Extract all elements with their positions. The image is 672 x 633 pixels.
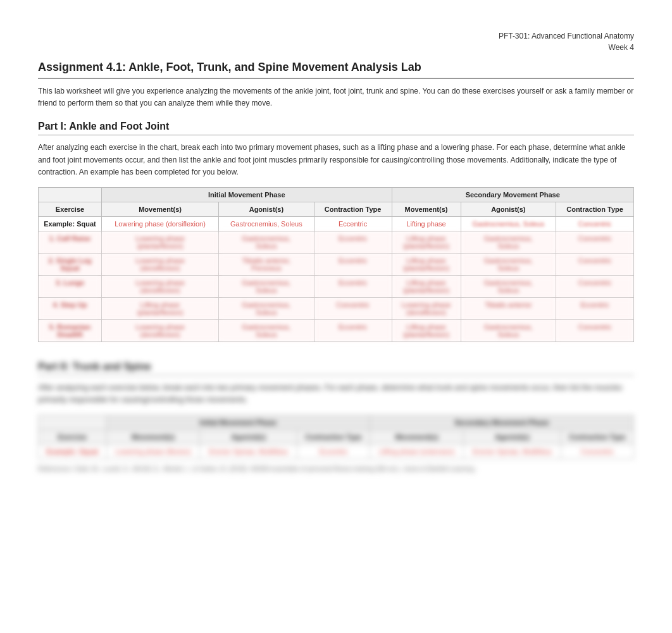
assignment-title: Assignment 4.1: Ankle, Foot, Trunk, and … — [38, 61, 634, 79]
p2-col-init-movement: Movement(s) — [106, 430, 200, 445]
analysis-table: Initial Movement Phase Secondary Movemen… — [38, 187, 634, 342]
p2-initial-phase-header: Initial Movement Phase — [106, 415, 370, 430]
p2-row-init-contraction: Eccentric — [297, 445, 370, 459]
row4-sec-agonist: Tibialis anterior — [461, 297, 556, 319]
row4-sec-contraction: Eccentric — [556, 297, 634, 319]
p2-col-init-agonist: Agonist(s) — [200, 430, 297, 445]
example-initial-contraction: Eccentric — [314, 216, 392, 231]
row1-init-contraction: Eccentric — [314, 231, 392, 253]
table-row: 4. Step Up Lifting phase(plantarflexion)… — [39, 297, 634, 319]
assignment-intro: This lab worksheet will give you experie… — [38, 85, 634, 109]
part2-table: Initial Movement Phase Secondary Movemen… — [38, 415, 634, 459]
row4-init-movement: Lifting phase(plantarflexion) — [102, 297, 219, 319]
row2-exercise: 2. Single Leg Squat — [39, 253, 102, 275]
p2-example-row: Example: Squat Lowering phase (flexion) … — [39, 445, 634, 459]
row5-init-agonist: Gastrocnemius,Soleus — [219, 319, 314, 341]
col-secondary-agonist: Agonist(s) — [461, 202, 556, 216]
secondary-phase-header: Secondary Movement Phase — [392, 187, 634, 202]
p2-exercise-header — [39, 415, 107, 430]
col-initial-movement: Movement(s) — [102, 202, 219, 216]
col-secondary-contraction: Contraction Type — [556, 202, 634, 216]
row1-sec-agonist: Gastrocnemius,Soleus — [461, 231, 556, 253]
row3-init-agonist: Gastrocnemius,Soleus — [219, 275, 314, 297]
row2-sec-movement: Lifting phase(plantarflexion) — [392, 253, 461, 275]
p2-row-init-agonist: Erector Spinae, Multifidus — [200, 445, 297, 459]
exercise-header-cell — [39, 187, 102, 202]
p2-col-sec-movement: Movement(s) — [370, 430, 464, 445]
col-exercise: Exercise — [39, 202, 102, 216]
row1-sec-contraction: Concentric — [556, 231, 634, 253]
row4-exercise: 4. Step Up — [39, 297, 102, 319]
part2-description: After analyzing each exercise below, bre… — [38, 382, 634, 406]
p2-row-exercise: Example: Squat — [39, 445, 107, 459]
part2-section: Part II: Trunk and Spine After analyzing… — [38, 361, 634, 472]
col-initial-agonist: Agonist(s) — [219, 202, 314, 216]
example-row: Example: Squat Lowering phase (dorsiflex… — [39, 216, 634, 231]
p2-row-sec-contraction: Concentric — [561, 445, 633, 459]
table-row: 2. Single Leg Squat Lowering phase(dorsi… — [39, 253, 634, 275]
row3-sec-contraction: Concentric — [556, 275, 634, 297]
row5-sec-agonist: Gastrocnemius,Soleus — [461, 319, 556, 341]
part2-title: Part II: Trunk and Spine — [38, 361, 634, 376]
row4-sec-movement: Lowering phase(dorsiflexion) — [392, 297, 461, 319]
row5-sec-movement: Lifting phase(plantarflexion) — [392, 319, 461, 341]
row2-init-movement: Lowering phase(dorsiflexion) — [102, 253, 219, 275]
row5-init-movement: Lowering phase(dorsiflexion) — [102, 319, 219, 341]
week-label: Week 4 — [499, 42, 634, 53]
row2-init-contraction: Eccentric — [314, 253, 392, 275]
p2-col-init-contraction: Contraction Type — [297, 430, 370, 445]
example-secondary-movement: Lifting phase — [392, 216, 461, 231]
p2-col-exercise: Exercise — [39, 430, 107, 445]
page-header: PFT-301: Advanced Functional Anatomy Wee… — [499, 30, 634, 53]
table-row: 1. Calf Raise Lowering phase(plantarflex… — [39, 231, 634, 253]
p2-secondary-phase-header: Secondary Movement Phase — [370, 415, 634, 430]
example-initial-agonist: Gastrocnemius, Soleus — [219, 216, 314, 231]
footer-note: References: Clark, M., Lucett, S., McGil… — [38, 465, 634, 472]
col-initial-contraction: Contraction Type — [314, 202, 392, 216]
initial-phase-header: Initial Movement Phase — [102, 187, 392, 202]
p2-row-sec-agonist: Erector Spinae, Multifidus — [464, 445, 561, 459]
row3-exercise: 3. Lunge — [39, 275, 102, 297]
row1-init-movement: Lowering phase(plantarflexion) — [102, 231, 219, 253]
p2-row-init-movement: Lowering phase (flexion) — [106, 445, 200, 459]
row3-sec-agonist: Gastrocnemius,Soleus — [461, 275, 556, 297]
p2-col-sec-contraction: Contraction Type — [561, 430, 633, 445]
p2-row-sec-movement: Lifting phase (extension) — [370, 445, 464, 459]
row2-sec-agonist: Gastrocnemius,Soleus — [461, 253, 556, 275]
row3-sec-movement: Lifting phase(plantarflexion) — [392, 275, 461, 297]
example-secondary-agonist: Gastrocnemius, Soleus — [461, 216, 556, 231]
part1-description: After analyzing each exercise in the cha… — [38, 142, 634, 178]
row5-sec-contraction: Concentric — [556, 319, 634, 341]
p2-col-sec-agonist: Agonist(s) — [464, 430, 561, 445]
example-initial-movement: Lowering phase (dorsiflexion) — [102, 216, 219, 231]
example-exercise: Example: Squat — [39, 216, 102, 231]
course-title: PFT-301: Advanced Functional Anatomy — [499, 30, 634, 42]
col-secondary-movement: Movement(s) — [392, 202, 461, 216]
row1-init-agonist: Gastrocnemius,Soleus — [219, 231, 314, 253]
row3-init-movement: Lowering phase(dorsiflexion) — [102, 275, 219, 297]
row2-sec-contraction: Concentric — [556, 253, 634, 275]
row2-init-agonist: Tibialis anterior,Peroneus — [219, 253, 314, 275]
table-row: 3. Lunge Lowering phase(dorsiflexion) Ga… — [39, 275, 634, 297]
row1-sec-movement: Lifting phase(plantarflexion) — [392, 231, 461, 253]
row5-init-contraction: Eccentric — [314, 319, 392, 341]
row1-exercise: 1. Calf Raise — [39, 231, 102, 253]
row3-init-contraction: Eccentric — [314, 275, 392, 297]
part1-title: Part I: Ankle and Foot Joint — [38, 121, 634, 135]
table-row: 5. Romanian Deadlift Lowering phase(dors… — [39, 319, 634, 341]
row5-exercise: 5. Romanian Deadlift — [39, 319, 102, 341]
row4-init-agonist: Gastrocnemius,Soleus — [219, 297, 314, 319]
example-secondary-contraction: Concentric — [556, 216, 634, 231]
row4-init-contraction: Concentric — [314, 297, 392, 319]
